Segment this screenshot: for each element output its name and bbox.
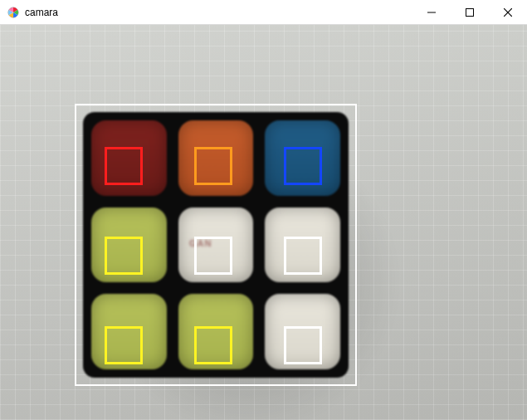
- sticker-0: [91, 120, 167, 196]
- close-icon: [504, 8, 512, 17]
- svg-rect-1: [427, 12, 436, 12]
- titlebar: camara: [0, 0, 527, 25]
- sticker-5: [265, 208, 340, 283]
- close-button[interactable]: [489, 0, 527, 25]
- sticker-3: [91, 208, 167, 283]
- minimize-icon: [427, 8, 436, 17]
- cube-detection-region: GAN: [75, 104, 357, 386]
- cube-face: GAN: [83, 112, 349, 378]
- app-window: camara GAN: [0, 0, 527, 420]
- svg-rect-2: [466, 8, 474, 16]
- sticker-7: [178, 294, 254, 369]
- cube-sticker-grid: [91, 120, 340, 369]
- window-title: camara: [25, 7, 58, 18]
- maximize-icon: [466, 8, 474, 17]
- sticker-2: [265, 120, 340, 196]
- sticker-4: [178, 208, 254, 283]
- sticker-6: [91, 294, 167, 369]
- sticker-1: [178, 120, 254, 196]
- sticker-8: [265, 294, 340, 369]
- minimize-button[interactable]: [412, 0, 451, 25]
- app-icon: [7, 6, 20, 19]
- camera-viewport: GAN: [0, 25, 527, 420]
- maximize-button[interactable]: [451, 0, 489, 25]
